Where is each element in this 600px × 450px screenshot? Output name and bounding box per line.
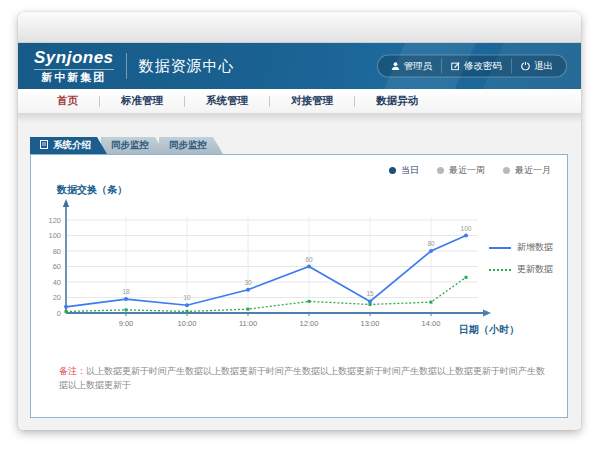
filter-today[interactable]: 当日 — [389, 164, 419, 177]
radio-selected-icon — [389, 167, 396, 174]
footnote-text: 以上数据更新于时间产生数据以上数据更新于时间产生数据以上数据更新于时间产生数据以… — [59, 366, 545, 390]
svg-text:13:00: 13:00 — [361, 319, 380, 328]
tab-sync-monitor-1[interactable]: 同步监控 — [101, 137, 165, 154]
nav-item-system-mgmt[interactable]: 系统管理 — [185, 94, 269, 108]
change-password-button[interactable]: 修改密码 — [441, 59, 511, 74]
time-range-filter: 当日 最近一周 最近一月 — [389, 164, 551, 177]
svg-text:80: 80 — [427, 240, 435, 247]
footnote-label: 备注： — [59, 366, 86, 376]
legend-item-update-data[interactable]: 更新数据 — [489, 263, 553, 276]
tab-sync-monitor-2[interactable]: 同步监控 — [159, 137, 223, 154]
svg-text:120: 120 — [48, 216, 61, 225]
svg-text:60: 60 — [53, 262, 61, 271]
document-icon — [40, 140, 48, 151]
filter-label: 最近一周 — [449, 164, 485, 177]
power-icon — [521, 62, 530, 71]
radio-icon — [437, 167, 444, 174]
tab-system-intro[interactable]: 系统介绍 — [30, 137, 107, 154]
svg-text:12:00: 12:00 — [300, 319, 319, 328]
change-password-label: 修改密码 — [464, 60, 502, 73]
edit-icon — [451, 62, 460, 71]
svg-text:100: 100 — [48, 231, 61, 240]
nav-item-interface-mgmt[interactable]: 对接管理 — [270, 94, 354, 108]
nav-item-standard-mgmt[interactable]: 标准管理 — [100, 94, 184, 108]
svg-text:10:00: 10:00 — [178, 319, 197, 328]
chart-panel: 当日 最近一周 最近一月 数据交换（条） 9:0010:0011:0012:00… — [30, 154, 568, 418]
svg-text:40: 40 — [53, 278, 61, 287]
page-title: 数据资源中心 — [139, 57, 235, 76]
tab-label: 系统介绍 — [53, 139, 91, 152]
admin-user-button[interactable]: 管理员 — [382, 59, 442, 74]
svg-text:0: 0 — [57, 309, 61, 318]
app-header: Synjones 新中新集团 数据资源中心 管理员 修改密码 — [18, 43, 581, 89]
chart-legend: 新增数据 更新数据 — [489, 241, 553, 276]
svg-text:60: 60 — [305, 256, 313, 263]
tab-label: 同步监控 — [169, 139, 207, 152]
nav-item-home[interactable]: 首页 — [36, 94, 99, 108]
user-icon — [391, 62, 400, 71]
filter-label: 当日 — [401, 164, 419, 177]
svg-text:30: 30 — [244, 279, 252, 286]
filter-label: 最近一月 — [515, 164, 551, 177]
app-window: Synjones 新中新集团 数据资源中心 管理员 修改密码 — [18, 12, 581, 430]
tab-label: 同步监控 — [111, 139, 149, 152]
nav-shadow — [18, 113, 581, 123]
footnote: 备注：以上数据更新于时间产生数据以上数据更新于时间产生数据以上数据更新于时间产生… — [59, 365, 551, 392]
svg-text:15: 15 — [366, 290, 374, 297]
svg-text:20: 20 — [53, 293, 61, 302]
admin-user-label: 管理员 — [404, 60, 433, 73]
svg-text:11:00: 11:00 — [239, 319, 257, 328]
svg-text:18: 18 — [122, 288, 130, 295]
window-chrome — [18, 12, 581, 43]
radio-icon — [503, 167, 510, 174]
filter-last-month[interactable]: 最近一月 — [503, 164, 551, 177]
svg-text:80: 80 — [53, 247, 61, 256]
svg-text:14:00: 14:00 — [422, 319, 441, 328]
x-axis-title: 日期（小时） — [459, 323, 519, 337]
line-chart: 9:0010:0011:0012:0013:0014:0002040608010… — [46, 193, 508, 343]
solid-line-swatch-icon — [489, 245, 511, 251]
brand-logo: Synjones 新中新集团 — [34, 49, 114, 83]
tab-bar: 系统介绍 同步监控 同步监控 — [30, 137, 223, 154]
nav-item-data-change[interactable]: 数据异动 — [355, 94, 439, 108]
svg-text:100: 100 — [461, 225, 472, 232]
main-nav: 首页 标准管理 系统管理 对接管理 数据异动 — [18, 89, 581, 113]
header-divider — [126, 53, 127, 79]
dotted-line-swatch-icon — [489, 267, 511, 273]
logout-button[interactable]: 退出 — [511, 59, 562, 74]
legend-item-new-data[interactable]: 新增数据 — [489, 241, 553, 254]
brand-logo-text: Synjones — [34, 49, 114, 66]
legend-label: 新增数据 — [517, 241, 553, 254]
user-menu: 管理员 修改密码 退出 — [377, 55, 568, 78]
svg-text:9:00: 9:00 — [119, 319, 134, 328]
brand-logo-subtext: 新中新集团 — [34, 69, 114, 83]
legend-label: 更新数据 — [517, 263, 553, 276]
content-area: 系统介绍 同步监控 同步监控 当日 最近一周 — [18, 123, 581, 430]
svg-text:10: 10 — [183, 294, 191, 301]
logout-label: 退出 — [534, 60, 553, 73]
filter-last-week[interactable]: 最近一周 — [437, 164, 485, 177]
